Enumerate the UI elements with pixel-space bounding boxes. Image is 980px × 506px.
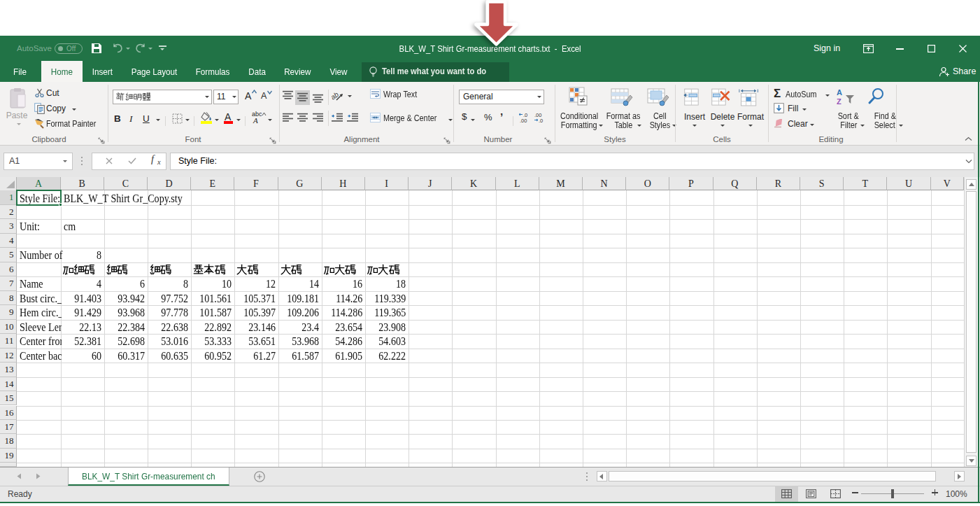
svg-text:.00: .00 — [520, 118, 527, 123]
svg-text:.0: .0 — [539, 118, 543, 123]
svg-text:Z: Z — [837, 97, 841, 105]
svg-text:A: A — [837, 88, 842, 97]
svg-text:ab: ab — [332, 90, 340, 101]
